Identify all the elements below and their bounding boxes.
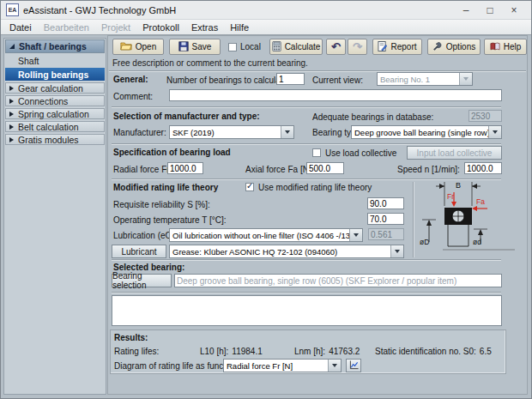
maximize-button[interactable]: □ [478, 2, 502, 19]
use-load-collective-checkbox[interactable] [312, 148, 321, 157]
lubricant-value: Grease: Klüber ASONIC HQ 72-102 (094060) [170, 245, 390, 257]
separator [112, 106, 501, 108]
local-checkbox[interactable] [228, 43, 237, 51]
report-button[interactable]: Report [372, 39, 422, 55]
diagram-width-label: B [456, 181, 461, 190]
lubrication-value: Oil lubrication without on-line filter (… [170, 229, 349, 241]
window-title: eAssistant - GWJ Technology GmbH [23, 5, 454, 15]
speed-label: Speed n [1/min]: [397, 165, 460, 174]
reliability-input[interactable] [367, 197, 404, 209]
sidebar-item-shaft-bearings[interactable]: Shaft / bearings [5, 39, 105, 53]
app-icon: EA [6, 3, 19, 16]
num-bearings-input[interactable] [276, 73, 305, 85]
separator [112, 143, 501, 145]
lubrication-dropdown[interactable]: Oil lubrication without on-line filter (… [169, 228, 363, 242]
rating-life-diagram-dropdown[interactable]: Radial force Fr [N] [223, 359, 342, 372]
temperature-input[interactable] [367, 213, 404, 225]
speed-input[interactable] [464, 162, 502, 174]
calculate-label: Calculate [285, 42, 321, 51]
general-section-label: General: [113, 75, 148, 84]
current-view-label: Current view: [312, 76, 363, 85]
menu-protokoll[interactable]: Protokoll [136, 21, 185, 33]
close-button[interactable]: × [502, 2, 526, 19]
save-disk-icon [178, 41, 189, 53]
lubricant-button[interactable]: Lubricant [112, 245, 166, 258]
separator [112, 259, 501, 261]
results-section-label: Results: [114, 333, 148, 342]
l10-value: 11984.1 [232, 347, 262, 356]
diagram-radial-force-label: Fr [447, 192, 454, 201]
undo-button[interactable]: ↶ [326, 39, 346, 55]
lnm-label: Lnm [h]: [294, 347, 325, 356]
current-view-value: Bearing No. 1 [378, 73, 459, 85]
expanded-triangle-icon [9, 44, 15, 49]
use-modified-label: Use modified rating life theory [258, 183, 372, 192]
sidebar-item-shaft[interactable]: Shaft [5, 54, 105, 67]
open-button[interactable]: Open [112, 39, 164, 55]
dropdown-arrow-icon [349, 229, 362, 241]
bearing-type-dropdown[interactable]: Deep groove ball bearing (single row) [351, 125, 502, 139]
sidebar-item-label: Spring calculation [18, 109, 89, 119]
s0-label: Static identification no. S0: [375, 347, 476, 356]
sidebar-item-gear-calculation[interactable]: Gear calculation [5, 82, 105, 94]
dropdown-arrow-icon [281, 126, 293, 138]
sidebar-item-label: Shaft / bearings [19, 41, 87, 51]
main-panel: Open Save Local Calculate ↶ ↷ Report Opt… [107, 35, 528, 395]
bearing-type-value: Deep groove ball bearing (single row) [352, 126, 488, 138]
report-label: Report [390, 42, 416, 51]
lubricant-dropdown[interactable]: Grease: Klüber ASONIC HQ 72-102 (094060) [169, 245, 404, 258]
sidebar-item-rolling-bearings[interactable]: Rolling bearings [5, 68, 105, 81]
manufacturer-dropdown[interactable]: SKF (2019) [169, 125, 294, 139]
menu-datei[interactable]: Datei [3, 21, 38, 33]
radial-force-input[interactable] [167, 162, 203, 174]
sidebar-item-label: Gear calculation [18, 83, 83, 94]
open-label: Open [136, 42, 156, 51]
adequate-bearings-label: Adequate bearings in database: [312, 112, 433, 122]
bearing-selection-button[interactable]: Bearing selection [112, 274, 172, 287]
redo-button: ↷ [348, 39, 367, 55]
s0-value: 6.5 [480, 347, 492, 356]
description-bar: Free description or comment to the curre… [109, 57, 526, 71]
collapsed-triangle-icon [9, 137, 14, 142]
life-section-label: Modified rating life theory [113, 183, 218, 192]
menu-hilfe[interactable]: Hilfe [224, 21, 255, 33]
selected-bearing-field [174, 274, 502, 287]
separator [112, 292, 501, 293]
results-panel: Results: Rating lifes: L10 [h]: 11984.1 … [110, 329, 506, 374]
load-section-label: Specification of bearing load [113, 148, 231, 157]
help-book-icon [490, 42, 500, 52]
lnm-value: 41763.2 [329, 347, 360, 356]
collapsed-triangle-icon [9, 112, 14, 117]
options-button[interactable]: Options [427, 39, 481, 55]
bearing-diagram: B Fr Fa øD ød [419, 180, 517, 257]
lubrication-label: Lubrication (eC): [113, 231, 177, 240]
use-modified-checkbox[interactable] [245, 183, 254, 191]
sidebar-item-label: Rolling bearings [18, 70, 88, 80]
sidebar-item-connections[interactable]: Connections [5, 95, 105, 106]
collapsed-triangle-icon [9, 99, 14, 104]
temperature-label: Operating temperature T [°C]: [113, 215, 226, 225]
dropdown-arrow-icon [390, 245, 403, 257]
undo-icon: ↶ [331, 41, 341, 52]
lnm-result: Lnm [h]: 41763.2 [294, 347, 360, 356]
sidebar-item-spring-calculation[interactable]: Spring calculation [5, 108, 105, 119]
sidebar-item-gratis-modules[interactable]: Gratis modules [5, 134, 105, 145]
input-load-collective-button: Input load collective [407, 146, 502, 160]
manufacturer-value: SKF (2019) [170, 126, 281, 138]
adequate-bearings-field [469, 110, 502, 122]
sidebar-item-belt-calculation[interactable]: Belt calculation [5, 121, 105, 132]
diagram-outer-diameter-label: øD [420, 238, 429, 246]
axial-force-input[interactable] [306, 162, 344, 174]
help-button[interactable]: Help [484, 39, 527, 55]
minimize-button[interactable]: – [454, 2, 478, 19]
collapsed-triangle-icon [9, 124, 14, 130]
show-diagram-button[interactable] [346, 359, 361, 372]
comment-input[interactable] [169, 89, 502, 101]
calculate-button[interactable]: Calculate [269, 39, 323, 55]
dropdown-arrow-icon [459, 73, 472, 85]
rating-life-diagram-value: Radial force Fr [N] [224, 360, 328, 372]
sidebar-item-label: Shaft [18, 56, 39, 66]
save-button[interactable]: Save [169, 39, 221, 55]
s0-result: Static identification no. S0: 6.5 [375, 347, 492, 356]
menu-extras[interactable]: Extras [185, 21, 224, 33]
